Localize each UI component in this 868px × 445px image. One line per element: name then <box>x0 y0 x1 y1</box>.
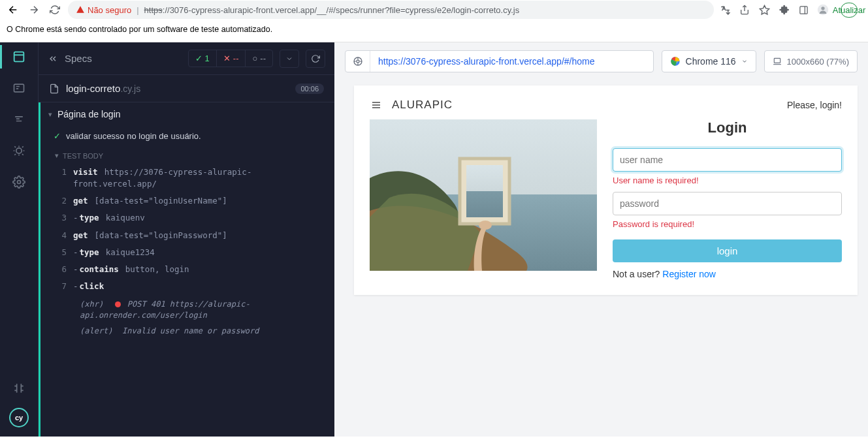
translate-icon[interactable] <box>719 5 731 16</box>
aut-url-bar: https://3076-cypress-alurapic-front.verc… <box>345 50 654 72</box>
profile-icon[interactable] <box>817 3 829 16</box>
chevron-down-icon: ▾ <box>48 110 52 119</box>
pending-count: ○ -- <box>246 50 272 67</box>
selector-playground-icon[interactable] <box>346 51 370 72</box>
svg-point-7 <box>18 181 21 184</box>
svg-point-9 <box>357 60 359 63</box>
spec-panel: Specs ✓ 1 ✕ -- ○ -- login-correto <box>38 42 334 437</box>
debug-nav-icon[interactable] <box>11 112 27 127</box>
alert-log[interactable]: (alert) Invalid user name or password <box>40 322 334 341</box>
update-button[interactable]: Atualizar <box>841 3 858 18</box>
specs-nav-icon[interactable] <box>11 49 27 65</box>
please-login-link[interactable]: Please, login! <box>787 100 842 110</box>
file-duration: 00:06 <box>295 84 324 94</box>
spec-file-row[interactable]: login-correto.cy.js 00:06 <box>39 75 334 102</box>
file-name: login-correto <box>66 83 120 94</box>
not-secure-label: Não seguro <box>88 5 131 15</box>
specs-title[interactable]: Specs <box>48 53 92 64</box>
svg-rect-5 <box>14 84 24 92</box>
test-stats: ✓ 1 ✕ -- ○ -- <box>188 50 273 67</box>
command-row[interactable]: 5-typekaique1234 <box>40 244 334 261</box>
login-button[interactable]: login <box>613 239 842 262</box>
it-label: validar sucesso no login de usuário. <box>66 131 201 141</box>
specs-label: Specs <box>65 53 92 64</box>
it-block[interactable]: ✓ validar sucesso no login de usuário. <box>40 126 334 146</box>
back-button[interactable] <box>5 2 21 18</box>
browser-selector[interactable]: Chrome 116 <box>662 50 756 72</box>
keyboard-icon[interactable] <box>12 382 25 395</box>
cypress-logo-icon[interactable]: cy <box>9 408 29 427</box>
command-row[interactable]: 4get[data-test="loginPassword"] <box>40 227 334 244</box>
xhr-log[interactable]: (xhr) POST 401 https://alurapic-api.onre… <box>40 295 334 322</box>
svg-point-3 <box>821 7 824 10</box>
command-row[interactable]: 7-click <box>40 278 334 295</box>
browser-label: Chrome 116 <box>686 56 736 67</box>
extensions-icon[interactable] <box>778 5 790 15</box>
status-dot-icon <box>115 301 121 307</box>
reload-button[interactable] <box>47 2 63 18</box>
forward-button[interactable] <box>26 2 42 18</box>
test-command-log: ▾ Página de login ✓ validar sucesso no l… <box>39 102 334 437</box>
svg-rect-4 <box>14 52 24 62</box>
cypress-nav-rail: cy <box>0 42 38 437</box>
username-input[interactable] <box>613 148 842 172</box>
share-icon[interactable] <box>739 5 750 15</box>
command-row[interactable]: 6-containsbutton, login <box>40 261 334 278</box>
test-body-heading: ▾ TEST BODY <box>40 146 334 164</box>
rerun-button[interactable] <box>306 50 325 68</box>
automation-banner: O Chrome está sendo controlado por um so… <box>0 20 868 42</box>
not-secure-indicator: Não seguro <box>76 5 131 15</box>
options-dropdown[interactable] <box>280 50 299 68</box>
browser-toolbar: Não seguro | https://3076-cypress-alurap… <box>0 0 868 20</box>
register-link[interactable]: Register now <box>662 269 716 279</box>
hamburger-icon[interactable] <box>370 100 383 110</box>
file-icon <box>49 84 59 94</box>
command-row[interactable]: 3-typekaiquenv <box>40 209 334 226</box>
svg-point-26 <box>479 221 492 230</box>
file-ext: .cy.js <box>120 84 140 94</box>
address-bar[interactable]: Não seguro | https://3076-cypress-alurap… <box>68 1 714 19</box>
fail-count: ✕ -- <box>217 50 246 67</box>
svg-rect-16 <box>774 58 780 63</box>
svg-point-6 <box>16 148 22 153</box>
viewport-label: 1000x660 (77%) <box>787 57 849 67</box>
runs-nav-icon[interactable] <box>11 80 27 96</box>
app-header: ALURAPIC Please, login! <box>354 85 858 119</box>
url-text: https://3076-cypress-alurapic-front.verc… <box>144 5 520 15</box>
password-input[interactable] <box>613 192 842 215</box>
describe-block[interactable]: ▾ Página de login <box>40 102 334 126</box>
command-row[interactable]: 1visithttps://3076-cypress-alurapic-fron… <box>40 164 334 192</box>
command-row[interactable]: 2get[data-test="loginUserName"] <box>40 192 334 209</box>
aut-iframe: ALURAPIC Please, login! <box>354 85 858 295</box>
hero-image <box>370 119 597 271</box>
browser-actions: Atualizar <box>719 3 863 18</box>
svg-rect-25 <box>466 165 503 191</box>
password-error: Password is required! <box>613 219 842 229</box>
login-form: Login User name is required! Password is… <box>613 119 842 279</box>
spec-header: Specs ✓ 1 ✕ -- ○ -- <box>39 42 334 75</box>
describe-label: Página de login <box>57 109 121 119</box>
pass-count: ✓ 1 <box>189 50 217 67</box>
side-panel-icon[interactable] <box>797 5 809 15</box>
svg-rect-0 <box>799 6 807 13</box>
aut-panel: https://3076-cypress-alurapic-front.verc… <box>334 42 868 437</box>
check-icon: ✓ <box>54 131 61 141</box>
aut-topbar: https://3076-cypress-alurapic-front.verc… <box>334 42 868 80</box>
login-heading: Login <box>613 119 842 136</box>
bug-nav-icon[interactable] <box>11 143 27 159</box>
settings-nav-icon[interactable] <box>11 174 27 190</box>
viewport-chip[interactable]: 1000x660 (77%) <box>764 50 858 72</box>
brand-title: ALURAPIC <box>392 99 453 112</box>
username-error: User name is required! <box>613 176 842 185</box>
star-icon[interactable] <box>758 5 770 16</box>
aut-url[interactable]: https://3076-cypress-alurapic-front.verc… <box>370 56 603 67</box>
register-prompt: Not a user? Register now <box>613 269 842 279</box>
